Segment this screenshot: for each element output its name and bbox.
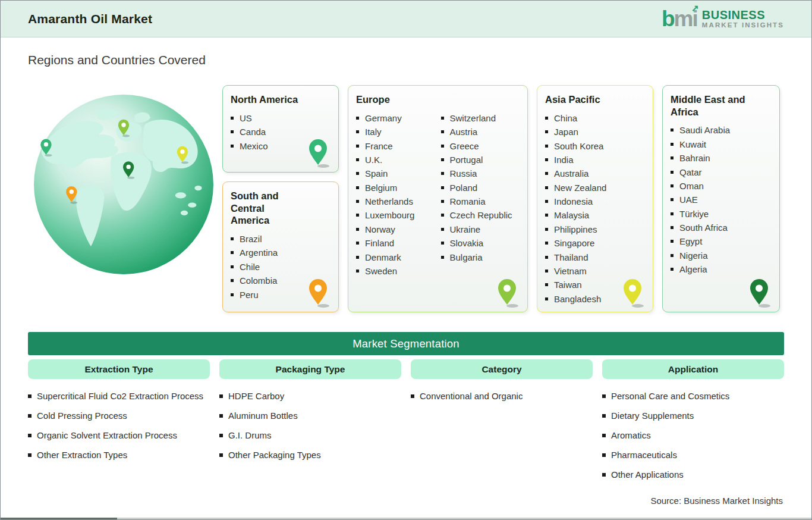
country-item: Ukraine <box>441 223 520 236</box>
square-bullet-icon <box>545 228 548 231</box>
segment-header-application: Application <box>602 359 784 379</box>
segment-item: Aromatics <box>602 428 784 443</box>
country-label: Kuwait <box>679 139 706 149</box>
country-label: Finland <box>365 238 394 248</box>
country-label: Germany <box>365 113 402 123</box>
country-label: Vietnam <box>554 266 587 276</box>
segment-header-category: Category <box>411 359 593 379</box>
country-item: Australia <box>545 167 645 180</box>
country-label: Australia <box>554 168 588 178</box>
square-bullet-icon <box>545 158 548 161</box>
region-title: North America <box>231 93 331 106</box>
square-bullet-icon <box>28 434 32 437</box>
country-label: South Africa <box>679 223 728 233</box>
country-label: Taiwan <box>554 280 582 290</box>
square-bullet-icon <box>231 265 234 268</box>
square-bullet-icon <box>671 240 673 243</box>
country-item: Luxembourg <box>356 208 435 222</box>
country-label: South Korea <box>554 141 603 151</box>
country-label: Thailand <box>554 252 588 262</box>
square-bullet-icon <box>545 283 548 286</box>
square-bullet-icon <box>356 158 359 161</box>
segment-header-packaging-type: Packaging Type <box>219 359 401 379</box>
segmentation-headers: Extraction Type Packaging Type Category … <box>28 359 784 379</box>
segment-item: Dietary Supplements <box>602 409 784 423</box>
segment-item: Pharmaceuticals <box>602 448 784 462</box>
segment-item: Supercritical Fluid Co2 Extraction Proce… <box>28 389 210 403</box>
square-bullet-icon <box>28 394 32 398</box>
region-card-north-america: North America USCandaMexico <box>222 85 339 173</box>
square-bullet-icon <box>356 214 359 217</box>
country-label: Egypt <box>679 236 702 246</box>
square-bullet-icon <box>441 228 444 231</box>
region-title: Asia Pacific <box>545 93 645 106</box>
square-bullet-icon <box>441 214 444 217</box>
square-bullet-icon <box>545 270 548 272</box>
country-label: Norway <box>365 224 395 234</box>
country-label: Algeria <box>679 264 707 274</box>
square-bullet-icon <box>671 129 673 131</box>
bmi-logo: bmi↗ BUSINESS MARKET INSIGHTS <box>662 8 784 30</box>
regions-panel: North America USCandaMexico South and Ce… <box>28 85 784 312</box>
logo-line1: BUSINESS <box>702 9 784 21</box>
square-bullet-icon <box>671 143 673 146</box>
country-label: Sweden <box>365 266 397 276</box>
region-card-europe: Europe GermanyItalyFranceU.K.SpainBelgiu… <box>348 85 528 312</box>
country-item: Thailand <box>545 250 645 264</box>
segment-item: Other Applications <box>602 468 784 482</box>
country-item: Austria <box>441 125 520 139</box>
country-label: Chile <box>240 262 260 272</box>
location-pin-icon <box>619 276 647 308</box>
square-bullet-icon <box>545 145 548 148</box>
region-title: South and Central America <box>231 190 302 227</box>
country-label: China <box>554 113 577 123</box>
logo-letter-m: m <box>674 7 693 31</box>
square-bullet-icon <box>671 268 673 271</box>
square-bullet-icon <box>545 130 548 133</box>
square-bullet-icon <box>671 184 673 187</box>
segment-item: Cold Pressing Process <box>28 409 210 423</box>
square-bullet-icon <box>356 172 359 175</box>
country-item: South Africa <box>671 221 772 234</box>
square-bullet-icon <box>441 242 444 245</box>
square-bullet-icon <box>441 200 444 203</box>
country-item: Bulgaria <box>441 250 520 264</box>
square-bullet-icon <box>356 117 359 120</box>
country-item: Sweden <box>356 264 435 278</box>
country-label: Switzerland <box>450 113 496 123</box>
region-card-middle-east-africa: Middle East and Africa Saudi ArabiaKuwai… <box>662 85 780 312</box>
country-label: Argentina <box>240 248 278 258</box>
country-item: Türkiye <box>671 207 772 221</box>
country-label: Nigeria <box>679 250 708 261</box>
country-label: Japan <box>554 127 578 137</box>
country-label: Slovakia <box>450 238 484 248</box>
square-bullet-icon <box>602 473 606 477</box>
country-item: Italy <box>356 125 435 139</box>
country-label: Russia <box>450 168 477 178</box>
square-bullet-icon <box>231 237 234 240</box>
country-label: Portugal <box>450 155 483 165</box>
country-item: Portugal <box>441 153 520 167</box>
segment-item: G.I. Drums <box>219 428 401 443</box>
segment-item: HDPE Carboy <box>219 389 401 403</box>
square-bullet-icon <box>219 434 223 437</box>
region-title: Middle East and Africa <box>671 93 772 118</box>
country-label: Belgium <box>365 183 397 193</box>
square-bullet-icon <box>231 293 234 296</box>
country-item: India <box>545 153 645 167</box>
country-label: Qatar <box>679 167 702 177</box>
country-label: Italy <box>365 127 382 137</box>
square-bullet-icon <box>545 297 548 300</box>
square-bullet-icon <box>602 414 606 418</box>
square-bullet-icon <box>545 117 548 120</box>
location-pin-icon <box>746 276 773 308</box>
logo-wordmark: BUSINESS MARKET INSIGHTS <box>702 9 784 29</box>
logo-line2: MARKET INSIGHTS <box>702 21 784 29</box>
country-item: Malaysia <box>545 208 645 222</box>
country-label: Philippines <box>554 224 597 234</box>
country-item: Belgium <box>356 181 435 195</box>
segmentation-banner: Market Segmentation <box>28 332 784 355</box>
square-bullet-icon <box>545 214 548 217</box>
section-title: Regions and Countries Covered <box>28 53 784 67</box>
location-pin-icon <box>305 136 332 168</box>
